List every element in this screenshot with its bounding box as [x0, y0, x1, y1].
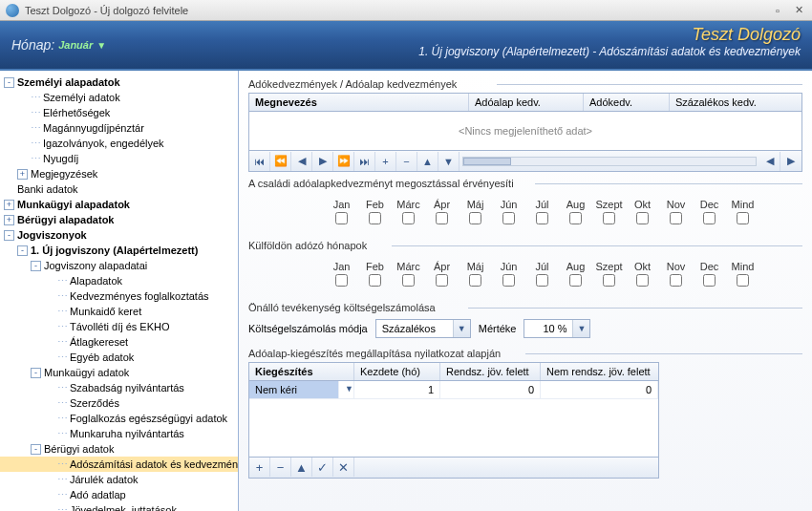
tree-item[interactable]: +⋯Átlagkereset: [0, 334, 238, 350]
add-icon[interactable]: +: [249, 458, 270, 477]
nav-scroll-right-icon[interactable]: ▶: [780, 152, 801, 171]
tree-item[interactable]: +⋯Adószámítási adatok és kedvezmények: [0, 457, 238, 472]
check-icon[interactable]: ✓: [312, 458, 333, 477]
cell-suppl[interactable]: Nem kéri: [249, 381, 339, 398]
collapse-icon[interactable]: -: [31, 368, 41, 378]
col-start[interactable]: Kezdete (hó): [354, 363, 440, 380]
tree-item[interactable]: +Megjegyzések: [0, 166, 238, 181]
nav-down-icon[interactable]: ▼: [438, 152, 459, 171]
month-checkbox[interactable]: [670, 212, 682, 224]
tree-item[interactable]: +⋯Egyéb adatok: [0, 350, 238, 365]
nav-scroll-left-icon[interactable]: ◀: [759, 152, 780, 171]
month-checkbox[interactable]: [670, 274, 682, 287]
tree-item[interactable]: -Bérügyi adatok: [0, 441, 238, 457]
minimize-button[interactable]: ▫: [770, 4, 785, 17]
month-checkbox[interactable]: [636, 274, 649, 287]
tree-item[interactable]: +⋯Jövedelmek, juttatások: [0, 502, 238, 511]
month-checkbox[interactable]: [369, 274, 381, 287]
tree-item[interactable]: +Banki adatok: [0, 181, 238, 197]
tree-item[interactable]: +⋯Szerződés: [0, 395, 238, 411]
tree-item[interactable]: +⋯Nyugdíj: [0, 151, 238, 166]
month-value[interactable]: Január: [58, 39, 93, 51]
month-dropdown-icon[interactable]: ▼: [96, 40, 106, 51]
tree-item[interactable]: +⋯Foglalkozás egészségügyi adatok: [0, 411, 238, 426]
nav-up-icon[interactable]: ▲: [417, 152, 438, 171]
tree-item[interactable]: +⋯Elérhetőségek: [0, 105, 238, 120]
month-checkbox[interactable]: [369, 212, 381, 224]
tree-item[interactable]: +⋯Szabadság nyilvántartás: [0, 380, 238, 395]
tree-item[interactable]: +⋯Igazolványok, engedélyek: [0, 136, 238, 151]
month-checkbox[interactable]: [436, 274, 448, 287]
tree-item[interactable]: -1. Új jogviszony (Alapértelmezett): [0, 243, 238, 258]
col-tax[interactable]: Adókedv.: [584, 94, 670, 111]
month-checkbox[interactable]: [536, 212, 548, 224]
nav-first-icon[interactable]: ⏮: [249, 152, 270, 171]
nav-remove-icon[interactable]: −: [396, 152, 417, 171]
cell-nonreg[interactable]: 0: [541, 381, 658, 398]
tree-item[interactable]: +⋯Munkaidő keret: [0, 304, 238, 319]
chevron-down-icon[interactable]: ▼: [572, 320, 589, 337]
chevron-down-icon[interactable]: ▼: [453, 320, 470, 337]
col-nonreg[interactable]: Nem rendsz. jöv. felett: [541, 363, 658, 380]
tree-item[interactable]: -Jogviszonyok: [0, 227, 238, 243]
tree-item[interactable]: +⋯Munkaruha nyilvántartás: [0, 426, 238, 441]
tree-item[interactable]: -Munkaügyi adatok: [0, 365, 238, 380]
nav-nextpage-icon[interactable]: ⏩: [333, 152, 354, 171]
month-checkbox[interactable]: [569, 274, 582, 287]
tree-item[interactable]: -Jogviszony alapadatai: [0, 258, 238, 273]
tree-item[interactable]: +⋯Járulék adatok: [0, 472, 238, 487]
cell-reg[interactable]: 0: [440, 381, 541, 398]
cost-measure-combo[interactable]: 10 % ▼: [524, 319, 590, 338]
nav-next-icon[interactable]: ▶: [312, 152, 333, 171]
col-base[interactable]: Adóalap kedv.: [469, 94, 584, 111]
month-checkbox[interactable]: [502, 274, 515, 287]
collapse-icon[interactable]: -: [31, 444, 41, 455]
table-row[interactable]: Nem kéri ▼ 1 0 0: [249, 381, 658, 399]
expand-icon[interactable]: +: [17, 169, 28, 180]
month-checkbox[interactable]: [737, 212, 749, 224]
month-checkbox[interactable]: [402, 274, 415, 287]
nav-prev-icon[interactable]: ◀: [291, 152, 312, 171]
col-reg[interactable]: Rendsz. jöv. felett: [440, 363, 541, 380]
close-button[interactable]: ✕: [791, 4, 806, 17]
month-checkbox[interactable]: [603, 274, 615, 287]
tree-item[interactable]: +⋯Távolléti díj és EKHO: [0, 319, 238, 334]
col-percent[interactable]: Százalékos kedv.: [670, 94, 801, 111]
collapse-icon[interactable]: -: [31, 261, 41, 271]
grid-scrollbar[interactable]: [462, 157, 757, 166]
month-checkbox[interactable]: [569, 212, 582, 224]
nav-prevpage-icon[interactable]: ⏪: [270, 152, 291, 171]
tree-item[interactable]: +⋯Adó adatlap: [0, 487, 238, 502]
month-checkbox[interactable]: [335, 274, 348, 287]
month-checkbox[interactable]: [703, 212, 716, 224]
remove-icon[interactable]: −: [270, 458, 291, 477]
cost-mode-combo[interactable]: Százalékos ▼: [375, 319, 471, 338]
month-checkbox[interactable]: [703, 274, 716, 287]
expand-icon[interactable]: +: [4, 200, 14, 210]
month-checkbox[interactable]: [436, 212, 448, 224]
month-checkbox[interactable]: [402, 212, 415, 224]
month-checkbox[interactable]: [335, 212, 348, 224]
expand-icon[interactable]: +: [4, 215, 14, 225]
month-checkbox[interactable]: [536, 274, 548, 287]
collapse-icon[interactable]: -: [17, 245, 28, 256]
month-checkbox[interactable]: [469, 274, 481, 287]
up-icon[interactable]: ▲: [291, 458, 312, 477]
month-checkbox[interactable]: [603, 212, 615, 224]
col-suppl[interactable]: Kiegészítés: [249, 363, 354, 380]
tree-item[interactable]: +⋯Alapadatok: [0, 273, 238, 288]
month-checkbox[interactable]: [737, 274, 749, 287]
collapse-icon[interactable]: -: [4, 77, 14, 88]
cancel-icon[interactable]: ✕: [333, 458, 354, 477]
tree-item[interactable]: +Bérügyi alapadatok: [0, 212, 238, 227]
chevron-down-icon[interactable]: ▼: [339, 381, 354, 398]
tree-item[interactable]: +⋯Kedvezményes foglalkoztatás: [0, 288, 238, 304]
tree-item[interactable]: -Személyi alapadatok: [0, 75, 238, 90]
cell-start[interactable]: 1: [354, 381, 440, 398]
month-checkbox[interactable]: [636, 212, 649, 224]
tree-item[interactable]: +⋯Magánnyugdíjpénztár: [0, 120, 238, 136]
month-checkbox[interactable]: [469, 212, 481, 224]
tree-item[interactable]: +Munkaügyi alapadatok: [0, 197, 238, 212]
month-checkbox[interactable]: [502, 212, 515, 224]
col-name[interactable]: Megnevezés: [249, 94, 469, 111]
